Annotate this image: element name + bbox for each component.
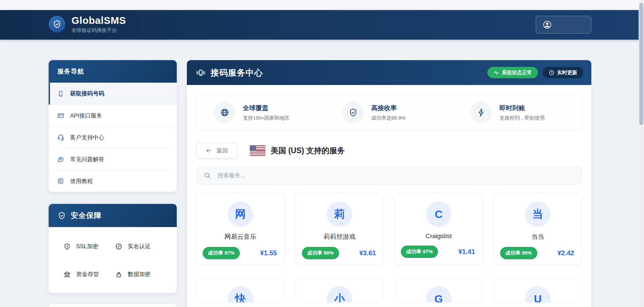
- scrollbar-track: [639, 0, 644, 307]
- feature-subtitle: 充值秒到，即刻使用: [499, 115, 545, 121]
- service-name: 当当: [500, 232, 576, 241]
- sidebar-item-support[interactable]: 客户支持中心: [49, 126, 177, 148]
- feature-title: 全球覆盖: [243, 104, 289, 113]
- status-badge: 系统状态正常: [487, 67, 538, 78]
- main-panel: 接码服务中心 系统状态正常 实时更新: [187, 60, 591, 307]
- clock-icon: [549, 70, 554, 76]
- service-card[interactable]: G: [394, 278, 483, 303]
- feature-subtitle: 支持150+国家和地区: [243, 115, 289, 121]
- success-rate-badge: 成功率 98%: [302, 247, 339, 259]
- shield-check-icon: [52, 19, 62, 29]
- feature-title: 高接收率: [371, 104, 406, 113]
- journal-icon: [57, 178, 64, 184]
- security-item-escrow: 资金存管: [63, 270, 115, 278]
- search-icon: [204, 172, 211, 179]
- sidebar-item-label: 常见问题解答: [70, 156, 104, 163]
- sidebar-item-get-number[interactable]: 获取接码号码: [49, 83, 177, 104]
- feature-instant-credit: 即时到账 充值秒到，即刻使用: [453, 102, 582, 123]
- country-header-row: 返回 美国 (US) 支持的服务: [196, 143, 582, 159]
- sidebar: 服务导航 获取接码号码 API接口服务 客户支持中心: [49, 60, 177, 293]
- main-body: 全球覆盖 支持150+国家和地区 高接收率 成功率达99.9%: [187, 85, 591, 307]
- service-card[interactable]: 网 网易云音乐 成功率 97% ¥1.55: [196, 193, 285, 264]
- brand-tagline: 全球验证码接收平台: [71, 27, 126, 34]
- badge-check-icon: [115, 243, 122, 250]
- back-button-label: 返回: [217, 147, 228, 155]
- main-title-text: 接码服务中心: [211, 67, 263, 78]
- security-item-label: 数据加密: [128, 270, 151, 278]
- service-name: Craigslist: [401, 232, 477, 240]
- service-avatar: 当: [525, 202, 550, 227]
- service-price: ¥2.42: [557, 249, 576, 257]
- feature-high-rate: 高接收率 成功率达99.9%: [325, 102, 453, 123]
- activity-icon: [493, 70, 499, 76]
- brand-logo: [49, 16, 65, 33]
- security-title: 安全保障: [71, 211, 102, 221]
- arrow-left-icon: [206, 147, 212, 154]
- security-item-label: SSL加密: [76, 243, 98, 250]
- security-item-encryption: 数据加密: [115, 270, 167, 278]
- sidebar-item-api[interactable]: API接口服务: [49, 104, 177, 126]
- sidebar-partial-card: [49, 304, 177, 307]
- feature-subtitle: 成功率达99.9%: [371, 115, 406, 121]
- success-rate-badge: 成功率 97%: [203, 247, 240, 259]
- service-card[interactable]: 当 当当 成功率 95% ¥2.42: [494, 193, 582, 264]
- service-avatar: G: [426, 286, 451, 303]
- service-price: ¥3.61: [359, 249, 377, 257]
- user-circle-icon: [543, 20, 552, 29]
- success-rate-badge: 成功率 97%: [401, 246, 438, 258]
- sidebar-item-label: 使用教程: [70, 177, 93, 185]
- service-avatar: 网: [228, 202, 253, 227]
- realtime-badge: 实时更新: [543, 67, 583, 78]
- feature-global-coverage: 全球覆盖 支持150+国家和地区: [197, 102, 325, 123]
- sidebar-item-label: 客户支持中心: [70, 134, 104, 141]
- security-card: 安全保障 SSL加密 实名认证: [49, 204, 177, 293]
- service-name: 莉莉丝游戏: [302, 232, 378, 241]
- us-flag-icon: [250, 145, 265, 156]
- service-card[interactable]: 快: [196, 278, 285, 303]
- security-item-label: 实名认证: [128, 243, 151, 250]
- feature-title: 即时到账: [499, 104, 545, 113]
- sidebar-item-label: API接口服务: [70, 112, 102, 120]
- service-name: 网易云音乐: [203, 232, 278, 241]
- bank-icon: [63, 271, 71, 278]
- top-strip: [0, 0, 644, 10]
- service-avatar: 快: [228, 286, 253, 303]
- nav-card: 服务导航 获取接码号码 API接口服务 客户支持中心: [49, 60, 177, 192]
- security-item-realname: 实名认证: [115, 243, 167, 250]
- service-price: ¥1.41: [458, 248, 476, 256]
- search-input[interactable]: [218, 172, 553, 179]
- globe-icon: [214, 102, 235, 123]
- success-rate-badge: 成功率 95%: [500, 247, 537, 259]
- sidebar-item-label: 获取接码号码: [70, 90, 104, 97]
- sidebar-item-faq[interactable]: 常见问题解答: [49, 148, 177, 170]
- brand-name: GlobalSMS: [71, 15, 126, 26]
- scrollbar-thumb[interactable]: [639, 3, 643, 125]
- sidebar-item-tutorial[interactable]: 使用教程: [49, 170, 177, 192]
- credit-card-icon: [57, 112, 64, 119]
- security-item-label: 资金存管: [76, 270, 99, 278]
- nav-title: 服务导航: [57, 67, 84, 76]
- lock-icon: [115, 271, 122, 278]
- service-card[interactable]: C Craigslist 成功率 97% ¥1.41: [394, 193, 483, 264]
- service-avatar: 小: [327, 286, 352, 303]
- main-title: 接码服务中心: [196, 67, 487, 78]
- service-card[interactable]: 莉 莉莉丝游戏 成功率 98% ¥3.61: [296, 193, 384, 264]
- shield-keyhole-icon: [63, 243, 71, 250]
- services-grid: 网 网易云音乐 成功率 97% ¥1.55 莉 莉莉丝游戏 成功率 98% ¥3…: [196, 193, 582, 264]
- app-header: GlobalSMS 全球验证码接收平台: [0, 10, 644, 40]
- comment-icon: [57, 156, 64, 163]
- service-avatar: 莉: [327, 202, 352, 227]
- brand: GlobalSMS 全球验证码接收平台: [49, 15, 126, 34]
- services-grid-partial: 快 小 G U: [196, 278, 582, 303]
- service-card[interactable]: U: [494, 278, 582, 303]
- shield-check-icon: [342, 102, 364, 123]
- country-heading: 美国 (US) 支持的服务: [271, 145, 345, 156]
- headset-icon: [57, 134, 64, 141]
- service-card[interactable]: 小: [296, 278, 384, 303]
- main-panel-header: 接码服务中心 系统状态正常 实时更新: [187, 60, 591, 85]
- back-button[interactable]: 返回: [196, 143, 237, 159]
- service-avatar: U: [525, 286, 550, 303]
- feature-strip: 全球覆盖 支持150+国家和地区 高接收率 成功率达99.9%: [196, 94, 582, 131]
- status-badge-label: 系统状态正常: [502, 70, 532, 76]
- user-account-button[interactable]: [536, 16, 591, 34]
